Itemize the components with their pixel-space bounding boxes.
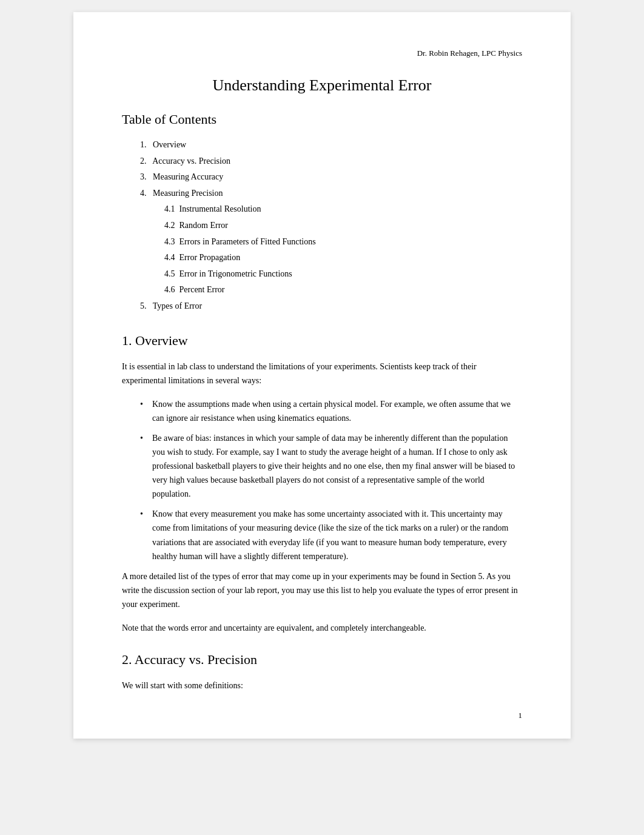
toc-sublist: 4.1 Instrumental Resolution 4.2 Random E…: [164, 201, 522, 298]
page-number: 1: [518, 711, 523, 720]
section1-para2: A more detailed list of the types of err…: [122, 569, 522, 611]
list-item: 4.6 Percent Error: [164, 282, 522, 298]
document-page: Dr. Robin Rehagen, LPC Physics Understan…: [73, 12, 571, 739]
list-item: Know the assumptions made when using a c…: [140, 397, 522, 425]
list-item: 4.1 Instrumental Resolution: [164, 201, 522, 218]
list-item: 4.4 Error Propagation: [164, 250, 522, 266]
section1-bullets: Know the assumptions made when using a c…: [140, 397, 522, 563]
page-title: Understanding Experimental Error: [122, 76, 522, 95]
header-author: Dr. Robin Rehagen, LPC Physics: [122, 49, 522, 58]
toc-heading: Table of Contents: [122, 112, 522, 127]
section2-para1: We will start with some definitions:: [122, 679, 522, 692]
section2-heading: 2. Accuracy vs. Precision: [122, 652, 522, 668]
section1-para3: Note that the words error and uncertaint…: [122, 621, 522, 635]
toc-list: 1. Overview 2. Accuracy vs. Precision 3.…: [140, 137, 522, 315]
section1-heading: 1. Overview: [122, 333, 522, 349]
list-item: 4.2 Random Error: [164, 218, 522, 234]
list-item: 4.5 Error in Trigonometric Functions: [164, 266, 522, 283]
list-item: Know that every measurement you make has…: [140, 507, 522, 563]
list-item: 3. Measuring Accuracy: [140, 169, 522, 186]
list-item: 4.3 Errors in Parameters of Fitted Funct…: [164, 234, 522, 250]
list-item: 4. Measuring Precision 4.1 Instrumental …: [140, 186, 522, 298]
list-item: Be aware of bias: instances in which you…: [140, 431, 522, 501]
section1-para1: It is essential in lab class to understa…: [122, 360, 522, 387]
list-item: 5. Types of Error: [140, 298, 522, 315]
list-item: 2. Accuracy vs. Precision: [140, 153, 522, 170]
list-item: 1. Overview: [140, 137, 522, 153]
